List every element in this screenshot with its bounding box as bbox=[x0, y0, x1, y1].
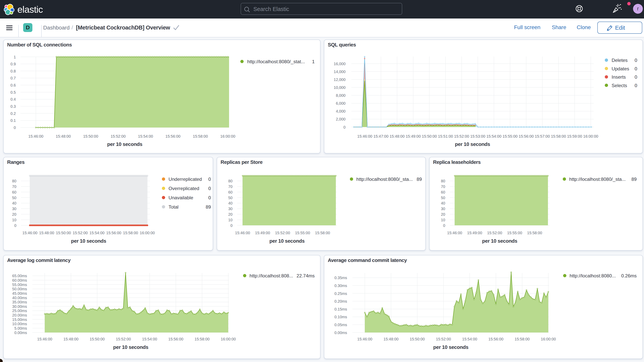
svg-text:15:49:00: 15:49:00 bbox=[406, 134, 421, 138]
svg-text:per 10 seconds: per 10 seconds bbox=[433, 344, 468, 350]
svg-text:15:55:00: 15:55:00 bbox=[295, 231, 310, 235]
svg-text:0: 0 bbox=[344, 125, 346, 129]
svg-text:http://localhost:808...: http://localhost:808... bbox=[250, 273, 293, 278]
svg-text:15.00ms: 15.00ms bbox=[12, 318, 27, 322]
svg-text:2,000: 2,000 bbox=[336, 117, 346, 121]
svg-text:5.00ms: 5.00ms bbox=[14, 326, 27, 330]
svg-text:15:46:00: 15:46:00 bbox=[37, 337, 52, 341]
svg-text:40: 40 bbox=[12, 201, 16, 205]
svg-text:http://localhost:8080/_stat...: http://localhost:8080/_stat... bbox=[247, 59, 305, 64]
svg-text:20: 20 bbox=[441, 212, 445, 216]
svg-text:10.00ms: 10.00ms bbox=[12, 322, 27, 326]
svg-text:Selects: Selects bbox=[612, 83, 627, 88]
svg-text:0.30ms: 0.30ms bbox=[334, 284, 347, 288]
svg-text:60.00ms: 60.00ms bbox=[12, 278, 27, 282]
svg-text:16:00:00: 16:00:00 bbox=[220, 134, 235, 138]
svg-text:16:00:00: 16:00:00 bbox=[140, 231, 155, 235]
svg-text:per 10 seconds: per 10 seconds bbox=[455, 141, 490, 147]
svg-text:15:50:00: 15:50:00 bbox=[56, 231, 71, 235]
svg-text:20: 20 bbox=[228, 212, 232, 216]
svg-text:15:52:00: 15:52:00 bbox=[116, 337, 131, 341]
svg-text:15:48:00: 15:48:00 bbox=[56, 134, 71, 138]
svg-text:0.10ms: 0.10ms bbox=[334, 315, 347, 319]
svg-text:0.7: 0.7 bbox=[10, 76, 16, 80]
svg-text:16:00:00: 16:00:00 bbox=[541, 337, 556, 341]
svg-text:15:56:00: 15:56:00 bbox=[106, 231, 121, 235]
svg-text:15:49:00: 15:49:00 bbox=[467, 231, 482, 235]
svg-text:15:47:00: 15:47:00 bbox=[374, 134, 388, 138]
svg-text:15:46:00: 15:46:00 bbox=[447, 231, 462, 235]
svg-text:0.25ms: 0.25ms bbox=[334, 292, 347, 296]
svg-text:15:58:00: 15:58:00 bbox=[527, 231, 542, 235]
svg-text:80: 80 bbox=[228, 179, 232, 183]
svg-text:0.5: 0.5 bbox=[10, 90, 16, 94]
svg-text:0.1: 0.1 bbox=[10, 118, 16, 122]
svg-text:10: 10 bbox=[12, 218, 16, 222]
svg-text:70: 70 bbox=[441, 184, 445, 189]
svg-text:15:52:00: 15:52:00 bbox=[111, 134, 126, 138]
svg-text:15:58:00: 15:58:00 bbox=[123, 231, 138, 235]
svg-text:80: 80 bbox=[12, 179, 16, 183]
svg-text:15:58:00: 15:58:00 bbox=[315, 231, 330, 235]
svg-text:15:57:00: 15:57:00 bbox=[535, 134, 550, 138]
svg-text:10,000: 10,000 bbox=[334, 86, 346, 90]
svg-text:0.20ms: 0.20ms bbox=[334, 299, 347, 304]
svg-text:0.9: 0.9 bbox=[10, 62, 16, 66]
svg-text:15:54:00: 15:54:00 bbox=[138, 134, 153, 138]
svg-text:Total: Total bbox=[168, 204, 178, 210]
svg-text:15:54:00: 15:54:00 bbox=[462, 337, 477, 341]
svg-text:15:56:00: 15:56:00 bbox=[166, 134, 180, 138]
svg-text:10: 10 bbox=[441, 218, 445, 222]
svg-text:0: 0 bbox=[230, 224, 232, 228]
svg-text:25.00ms: 25.00ms bbox=[12, 308, 27, 313]
svg-text:60: 60 bbox=[441, 190, 445, 194]
svg-text:65.00ms: 65.00ms bbox=[12, 274, 27, 278]
svg-text:70: 70 bbox=[228, 184, 232, 189]
svg-text:http://localhost:8080...: http://localhost:8080... bbox=[570, 273, 616, 278]
svg-text:per 10 seconds: per 10 seconds bbox=[482, 238, 517, 244]
svg-text:0.15ms: 0.15ms bbox=[334, 307, 347, 311]
svg-text:15:52:00: 15:52:00 bbox=[275, 231, 290, 235]
svg-text:Overreplicated: Overreplicated bbox=[168, 186, 199, 191]
svg-text:15:46:00: 15:46:00 bbox=[357, 134, 372, 138]
svg-text:50.00ms: 50.00ms bbox=[12, 287, 27, 291]
svg-text:per 10 seconds: per 10 seconds bbox=[71, 238, 106, 244]
svg-text:55.00ms: 55.00ms bbox=[12, 282, 27, 287]
svg-text:50: 50 bbox=[12, 196, 16, 200]
svg-text:15:55:00: 15:55:00 bbox=[507, 231, 522, 235]
svg-text:0.00ms: 0.00ms bbox=[334, 330, 347, 335]
svg-text:Deletes: Deletes bbox=[612, 58, 628, 63]
svg-text:0: 0 bbox=[14, 224, 16, 228]
svg-text:15:48:00: 15:48:00 bbox=[39, 231, 54, 235]
svg-text:0.35ms: 0.35ms bbox=[334, 276, 347, 280]
svg-text:0.4: 0.4 bbox=[10, 97, 16, 102]
svg-text:4,000: 4,000 bbox=[336, 109, 346, 113]
svg-text:30: 30 bbox=[441, 207, 445, 211]
svg-text:15:49:00: 15:49:00 bbox=[255, 231, 270, 235]
svg-text:15:52:00: 15:52:00 bbox=[454, 134, 469, 138]
svg-text:0.2: 0.2 bbox=[10, 112, 16, 116]
svg-text:0.6: 0.6 bbox=[10, 83, 16, 87]
svg-text:50: 50 bbox=[228, 196, 232, 200]
svg-text:0: 0 bbox=[443, 224, 445, 228]
svg-text:50: 50 bbox=[441, 196, 445, 200]
svg-text:per 10 seconds: per 10 seconds bbox=[269, 238, 304, 244]
svg-text:0: 0 bbox=[634, 74, 637, 80]
svg-text:0.00ms: 0.00ms bbox=[14, 330, 27, 335]
svg-text:60: 60 bbox=[228, 190, 232, 194]
svg-text:89: 89 bbox=[206, 204, 211, 210]
svg-text:40.00ms: 40.00ms bbox=[12, 296, 27, 300]
svg-text:45.00ms: 45.00ms bbox=[12, 291, 27, 296]
svg-text:15:56:00: 15:56:00 bbox=[519, 134, 534, 138]
svg-text:0: 0 bbox=[634, 83, 637, 88]
svg-text:0: 0 bbox=[208, 195, 211, 200]
svg-text:Underreplicated: Underreplicated bbox=[168, 176, 202, 182]
svg-text:15:46:00: 15:46:00 bbox=[357, 337, 372, 341]
svg-text:0.8: 0.8 bbox=[10, 69, 16, 73]
svg-text:0: 0 bbox=[14, 126, 16, 130]
svg-text:15:48:00: 15:48:00 bbox=[384, 337, 398, 341]
svg-text:0.3: 0.3 bbox=[10, 104, 16, 108]
svg-text:15:56:00: 15:56:00 bbox=[488, 337, 504, 341]
svg-text:30: 30 bbox=[12, 207, 16, 211]
svg-text:15:58:00: 15:58:00 bbox=[193, 134, 208, 138]
